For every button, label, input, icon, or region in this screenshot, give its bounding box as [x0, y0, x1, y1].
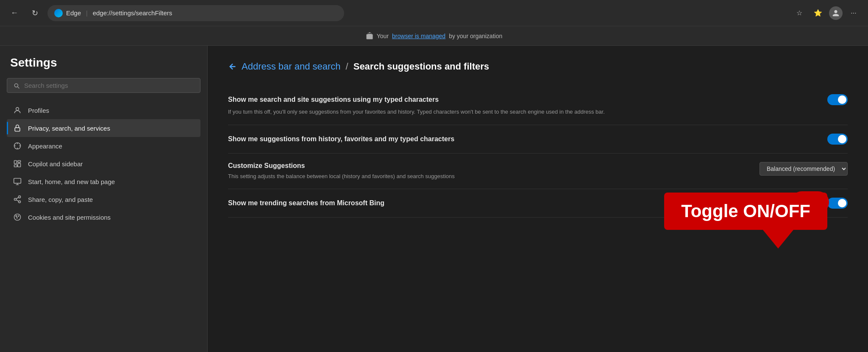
svg-rect-7	[14, 179, 21, 184]
infobar-suffix: by your organization	[449, 33, 502, 39]
svg-rect-1	[15, 128, 20, 131]
search-icon	[13, 82, 20, 89]
cookies-icon	[13, 212, 22, 222]
setting-typed-chars-row: Show me search and site suggestions usin…	[228, 94, 848, 105]
search-settings-box[interactable]	[7, 78, 200, 93]
main-layout: Settings Profiles Privacy, search, and s…	[0, 46, 868, 352]
toggle-trending-track	[827, 198, 848, 209]
breadcrumb-back-button[interactable]	[228, 62, 237, 71]
setting-customize: Customize Suggestions This setting adjus…	[228, 154, 848, 190]
breadcrumb-link[interactable]: Address bar and search	[242, 61, 341, 72]
privacy-icon	[13, 123, 22, 133]
toggle-history[interactable]	[827, 134, 848, 145]
setting-trending-row: Show me trending searches from Microsoft…	[228, 198, 848, 209]
content-wrapper: Address bar and search / Search suggesti…	[228, 61, 848, 218]
setting-typed-chars-label: Show me search and site suggestions usin…	[228, 96, 817, 103]
sidebar-item-share[interactable]: Share, copy, and paste	[7, 190, 200, 208]
sidebar-item-cookies[interactable]: Cookies and site permissions	[7, 208, 200, 226]
breadcrumb-current: Search suggestions and filters	[353, 61, 489, 72]
toggle-history-track	[827, 134, 848, 145]
sidebar-item-appearance-label: Appearance	[28, 142, 62, 150]
browser-name: Edge	[66, 9, 81, 17]
sidebar-item-cookies-label: Cookies and site permissions	[28, 214, 111, 221]
managed-icon	[366, 32, 373, 40]
toggle-typed-chars-thumb	[838, 95, 846, 104]
svg-point-9	[14, 198, 17, 201]
search-settings-input[interactable]	[24, 82, 194, 89]
edge-logo-icon	[54, 9, 63, 17]
favorites-button[interactable]: ☆	[792, 6, 807, 21]
setting-customize-label: Customize Suggestions	[228, 162, 749, 170]
sidebar-item-privacy-label: Privacy, search, and services	[28, 125, 110, 132]
breadcrumb-separator: /	[346, 61, 348, 72]
toggle-typed-chars[interactable]	[827, 94, 848, 105]
settings-title: Settings	[7, 56, 200, 70]
svg-point-11	[14, 214, 21, 221]
address-text: edge://settings/searchFilters	[93, 9, 337, 17]
svg-rect-5	[14, 165, 17, 167]
setting-history-row: Show me suggestions from history, favori…	[228, 134, 848, 145]
share-icon	[13, 195, 22, 204]
setting-history-label: Show me suggestions from history, favori…	[228, 135, 817, 143]
svg-point-12	[16, 215, 17, 217]
toggle-trending[interactable]	[827, 198, 848, 209]
profiles-icon	[13, 106, 22, 115]
setting-trending: Show me trending searches from Microsoft…	[228, 189, 848, 218]
setting-customize-desc: This setting adjusts the balance between…	[228, 172, 609, 181]
toggle-typed-chars-track	[827, 94, 848, 105]
customize-label-block: Customize Suggestions This setting adjus…	[228, 162, 749, 181]
svg-point-13	[18, 216, 19, 217]
sidebar-item-start[interactable]: Start, home, and new tab page	[7, 173, 200, 190]
sidebar-item-appearance[interactable]: Appearance	[7, 137, 200, 155]
setting-history-suggestions: Show me suggestions from history, favori…	[228, 125, 848, 154]
titlebar-actions: ☆ ⭐ ···	[792, 6, 861, 21]
copilot-icon	[13, 159, 22, 168]
setting-typed-chars-desc: If you turn this off, you'll only see su…	[228, 108, 609, 116]
sidebar-item-privacy[interactable]: Privacy, search, and services	[7, 119, 200, 137]
toggle-trending-thumb	[838, 199, 846, 207]
svg-rect-3	[14, 161, 17, 164]
customize-row: Customize Suggestions This setting adjus…	[228, 162, 848, 181]
svg-point-8	[19, 196, 21, 198]
toggle-history-thumb	[838, 135, 846, 143]
refresh-button[interactable]: ↻	[27, 6, 42, 21]
address-bar[interactable]: Edge | edge://settings/searchFilters	[47, 5, 344, 21]
customize-dropdown[interactable]: Balanced (recommended) More search sugge…	[760, 162, 848, 176]
sidebar-item-profiles-label: Profiles	[28, 107, 49, 114]
setting-trending-label: Show me trending searches from Microsoft…	[228, 199, 817, 207]
sidebar-item-copilot[interactable]: Copilot and sidebar	[7, 155, 200, 173]
svg-point-14	[17, 218, 17, 218]
breadcrumb: Address bar and search / Search suggesti…	[228, 61, 848, 72]
address-divider: |	[86, 10, 88, 17]
sidebar-item-profiles[interactable]: Profiles	[7, 101, 200, 119]
sidebar-item-copilot-label: Copilot and sidebar	[28, 160, 83, 168]
svg-point-10	[19, 201, 21, 203]
appearance-icon	[13, 141, 22, 151]
start-icon	[13, 177, 22, 186]
setting-typed-chars: Show me search and site suggestions usin…	[228, 86, 848, 125]
svg-rect-4	[18, 161, 21, 162]
infobar-prefix: Your	[377, 33, 389, 39]
content-area: Address bar and search / Search suggesti…	[208, 46, 868, 352]
sidebar: Settings Profiles Privacy, search, and s…	[0, 46, 208, 352]
svg-rect-6	[18, 163, 21, 167]
managed-link[interactable]: browser is managed	[392, 33, 445, 39]
more-button[interactable]: ···	[846, 6, 861, 21]
sidebar-item-share-label: Share, copy, and paste	[28, 196, 93, 203]
svg-point-0	[16, 107, 19, 110]
sidebar-item-start-label: Start, home, and new tab page	[28, 178, 115, 185]
profile-avatar[interactable]	[829, 6, 843, 20]
infobar: Your browser is managed by your organiza…	[0, 26, 868, 46]
annotation-arrow	[763, 230, 793, 249]
titlebar: ← ↻ Edge | edge://settings/searchFilters…	[0, 0, 868, 26]
back-button[interactable]: ←	[7, 6, 22, 21]
collections-button[interactable]: ⭐	[810, 6, 826, 21]
